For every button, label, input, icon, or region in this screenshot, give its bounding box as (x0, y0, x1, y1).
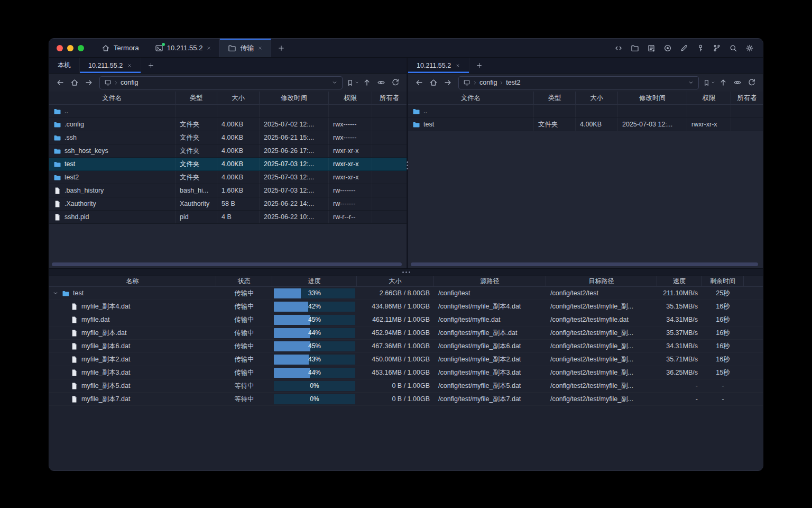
left-breadcrumb[interactable]: config (99, 76, 343, 89)
column-header-3[interactable]: 修改时间 (260, 92, 329, 104)
column-header-2[interactable]: 大小 (217, 92, 260, 104)
close-icon[interactable] (257, 46, 263, 51)
settings-icon (745, 44, 754, 52)
transfer-row[interactable]: myfile_副本7.dat等待中0%0 B / 1.00GB/config/t… (49, 393, 763, 406)
record-button[interactable] (661, 42, 674, 55)
close-icon[interactable] (455, 63, 460, 68)
folder-button[interactable] (629, 42, 641, 55)
right-breadcrumb[interactable]: configtest2 (458, 76, 699, 89)
right-parent-directory-button[interactable] (716, 76, 730, 89)
left-pane-tab-[interactable]: 本机 (49, 58, 80, 73)
file-row[interactable]: test文件夹4.00KB2025-07-03 12:...rwxr-xr-x (49, 158, 407, 171)
column-header-0[interactable]: 文件名 (49, 92, 176, 104)
transfer-column-header-1[interactable]: 状态 (216, 276, 272, 286)
transfer-column-header-8[interactable] (744, 276, 763, 286)
right-forward-button[interactable] (441, 76, 455, 89)
breadcrumb-segment[interactable]: config (479, 79, 497, 86)
close-icon[interactable] (206, 46, 211, 51)
right-back-button[interactable] (412, 76, 426, 89)
chevron-down-icon[interactable] (688, 79, 694, 86)
left-home-button[interactable] (68, 76, 81, 89)
transfer-row[interactable]: myfile_副本4.dat传输中42%434.86MB / 1.00GB/co… (49, 300, 763, 313)
left-parent-directory-button[interactable] (360, 76, 374, 89)
transfer-column-header-3[interactable]: 大小 (357, 276, 434, 286)
file-row[interactable]: test文件夹4.00KB2025-07-03 12:...rwxr-xr-x (408, 118, 763, 131)
right-refresh-button[interactable] (745, 76, 759, 89)
file-row[interactable]: .config文件夹4.00KB2025-07-02 12:...rwx----… (49, 118, 407, 131)
transfer-column-header-5[interactable]: 目标路径 (546, 276, 657, 286)
horizontal-splitter[interactable] (49, 268, 763, 276)
transfer-column-header-4[interactable]: 源路径 (434, 276, 546, 286)
branch-button[interactable] (710, 42, 723, 55)
titlebar-tab-app[interactable]: Termora (94, 39, 147, 57)
file-row[interactable]: .. (49, 105, 407, 118)
transfer-row[interactable]: myfile_副本3.dat传输中44%453.16MB / 1.00GB/co… (49, 366, 763, 379)
close-window-button[interactable] (57, 45, 63, 51)
left-pane-toolbar: config (49, 74, 407, 92)
column-header-1[interactable]: 类型 (534, 92, 576, 104)
column-header-2[interactable]: 大小 (576, 92, 618, 104)
file-row[interactable]: .. (408, 105, 763, 118)
file-row[interactable]: .ssh文件夹4.00KB2025-06-21 15:...rwx------ (49, 131, 407, 144)
transfer-column-header-7[interactable]: 剩余时间 (702, 276, 744, 286)
left-show-hidden-files-button[interactable] (374, 76, 388, 89)
maximize-window-button[interactable] (78, 45, 84, 51)
pencil-button[interactable] (678, 42, 690, 55)
transfer-name-cell: myfile_副本6.dat (49, 340, 216, 352)
transfer-column-header-2[interactable]: 进度 (272, 276, 357, 286)
left-bookmark-button[interactable] (346, 79, 359, 87)
breadcrumb-segment[interactable]: test2 (506, 79, 520, 86)
breadcrumb-segment[interactable]: config (121, 79, 138, 86)
file-cell-2 (576, 105, 618, 117)
titlebar-tab-10.211.55.2[interactable]: 10.211.55.2 (147, 39, 220, 57)
left-pane-new-tab-button[interactable] (141, 58, 160, 73)
right-home-button[interactable] (427, 76, 440, 89)
column-header-0[interactable]: 文件名 (408, 92, 534, 104)
column-header-4[interactable]: 权限 (687, 92, 731, 104)
column-header-5[interactable]: 所有者 (372, 92, 407, 104)
right-bookmark-button[interactable] (703, 79, 716, 87)
titlebar-tab-tab[interactable]: 传输 (219, 39, 271, 57)
transfer-row[interactable]: myfile_副本5.dat等待中0%0 B / 1.00GB/config/t… (49, 379, 763, 393)
expand-chevron-icon[interactable] (52, 290, 59, 296)
log-button[interactable] (645, 42, 658, 55)
transfer-row[interactable]: test传输中33%2.66GB / 8.00GB/config/test/co… (49, 287, 763, 300)
right-pane-new-tab-button[interactable] (469, 58, 488, 73)
column-header-1[interactable]: 类型 (176, 92, 217, 104)
left-horizontal-scrollbar[interactable] (52, 262, 402, 266)
transfer-row[interactable]: myfile.dat传输中45%462.11MB / 1.00GB/config… (49, 313, 763, 326)
code-button[interactable] (612, 42, 625, 55)
new-terminal-tab-button[interactable] (271, 39, 291, 57)
left-forward-button[interactable] (82, 76, 96, 89)
left-pane-tabs: 本机10.211.55.2 (49, 58, 407, 74)
file-row[interactable]: sshd.pidpid4 B2025-06-22 10:...rw-r--r-- (49, 211, 407, 224)
column-header-5[interactable]: 所有者 (731, 92, 763, 104)
left-back-button[interactable] (53, 76, 67, 89)
file-name: test (64, 160, 75, 168)
file-row[interactable]: ssh_host_keys文件夹4.00KB2025-06-26 17:...r… (49, 144, 407, 158)
left-pane-tab-10.211.55.2[interactable]: 10.211.55.2 (80, 58, 141, 73)
file-row[interactable]: test2文件夹4.00KB2025-07-03 12:...rwxr-xr-x (49, 171, 407, 184)
file-row[interactable]: .bash_historybash_hi...1.60KB2025-07-03 … (49, 184, 407, 197)
column-header-3[interactable]: 修改时间 (618, 92, 687, 104)
key-button[interactable] (694, 42, 707, 55)
transfer-column-header-6[interactable]: 速度 (657, 276, 702, 286)
search-button[interactable] (727, 42, 740, 55)
right-show-hidden-files-button[interactable] (731, 76, 744, 89)
minimize-window-button[interactable] (67, 45, 73, 51)
right-horizontal-scrollbar[interactable] (411, 262, 758, 266)
close-icon[interactable] (127, 63, 132, 68)
transfer-column-header-0[interactable]: 名称 (49, 276, 216, 286)
transfer-row[interactable]: myfile_副本2.dat传输中43%450.00MB / 1.00GB/co… (49, 353, 763, 366)
transfer-row[interactable]: myfile_副本.dat传输中44%452.94MB / 1.00GB/con… (49, 326, 763, 340)
file-row[interactable]: .XauthorityXauthority58 B2025-06-22 14:.… (49, 197, 407, 211)
column-header-4[interactable]: 权限 (329, 92, 372, 104)
file-cell-5 (372, 184, 407, 197)
left-refresh-button[interactable] (389, 76, 402, 89)
settings-button[interactable] (743, 42, 756, 55)
plus-icon (476, 62, 483, 69)
right-pane-tab-10.211.55.2[interactable]: 10.211.55.2 (408, 58, 469, 73)
right-file-pane: 10.211.55.2configtest2文件名类型大小修改时间权限所有者..… (408, 58, 763, 268)
chevron-down-icon[interactable] (331, 79, 338, 86)
transfer-row[interactable]: myfile_副本6.dat传输中45%467.36MB / 1.00GB/co… (49, 340, 763, 353)
